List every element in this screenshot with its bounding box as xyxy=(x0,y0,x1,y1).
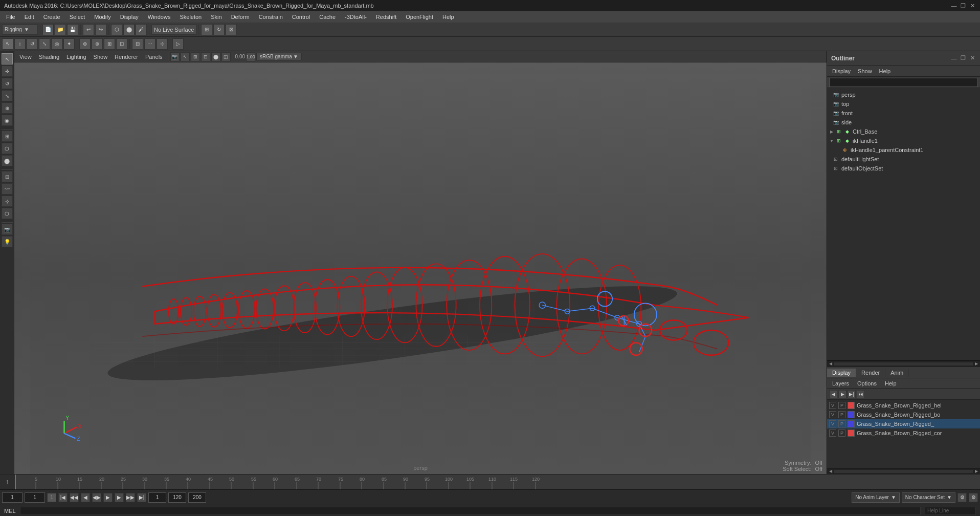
snap-grid-btn[interactable]: ⊟ xyxy=(132,38,143,50)
lasso-select-btn[interactable]: ⬡ xyxy=(2,143,13,154)
menu-display[interactable]: Display xyxy=(116,13,143,21)
scroll-track[interactable] xyxy=(834,362,973,365)
paint-select-btn[interactable]: ⬤ xyxy=(2,155,13,166)
layer-menu[interactable]: Layers xyxy=(829,379,852,388)
select-btn[interactable]: ⬡ xyxy=(111,24,122,35)
menu-redshift[interactable]: Redshift xyxy=(372,13,400,21)
menu-skeleton[interactable]: Skeleton xyxy=(175,13,206,21)
joint-btn[interactable]: ⊕ xyxy=(79,38,91,50)
menu-control[interactable]: Control xyxy=(288,13,314,21)
soft-mod-btn[interactable]: ◎ xyxy=(51,38,62,50)
timeline-ruler[interactable]: 5 10 15 20 25 30 35 40 45 xyxy=(15,475,980,489)
universal-btn[interactable]: ⊕ xyxy=(2,102,13,114)
lasso-btn[interactable]: ⬤ xyxy=(123,24,135,35)
restore-button[interactable]: ❒ xyxy=(960,2,967,9)
vp-select-btn[interactable]: ↖ xyxy=(181,52,190,61)
select-tool-btn[interactable]: ↖ xyxy=(2,38,13,50)
br-scrollbar[interactable]: ◀ ▶ xyxy=(827,468,980,474)
menu-select[interactable]: Select xyxy=(65,13,90,21)
vp-colorspace-btn[interactable]: sRGB gamma ▼ xyxy=(256,53,302,60)
fps-field[interactable] xyxy=(188,492,206,503)
weights-btn[interactable]: ⊡ xyxy=(116,38,127,50)
no-char-set-btn[interactable]: No Character Set ▼ xyxy=(902,492,955,503)
current-frame-field[interactable] xyxy=(25,492,45,503)
snap-to-surface-btn[interactable]: ⬡ xyxy=(2,208,13,219)
next-frame-btn[interactable]: ▶ xyxy=(115,493,124,502)
tree-item-constraint[interactable]: ⊕ ikHandle1_parentConstraint1 xyxy=(827,145,980,155)
layer-v-1[interactable]: V xyxy=(829,402,836,409)
move-mode-btn[interactable]: ✛ xyxy=(2,66,13,77)
rotate-tool-btn[interactable]: ↺ xyxy=(27,38,38,50)
layer-prev-btn[interactable]: ◀ xyxy=(829,390,837,398)
layer-p-3[interactable]: P xyxy=(838,420,845,427)
outliner-scrollbar[interactable]: ◀ ▶ xyxy=(827,360,980,367)
render-btn[interactable]: ▷ xyxy=(172,38,184,50)
tree-item-lightset[interactable]: ⊡ defaultLightSet xyxy=(827,155,980,164)
vp-lighting-menu[interactable]: Lighting xyxy=(63,53,90,61)
move-tool-btn[interactable]: ↕ xyxy=(14,38,26,50)
layer-next-btn[interactable]: ▶ xyxy=(838,390,847,398)
scale-btn[interactable]: ⊠ xyxy=(226,24,237,35)
snap-to-point-btn[interactable]: ⊹ xyxy=(2,196,13,207)
ctrl-base-arrow[interactable]: ▶ xyxy=(829,129,834,134)
menu-create[interactable]: Create xyxy=(39,13,64,21)
undo-btn[interactable]: ↩ xyxy=(83,24,94,35)
layer-item-1[interactable]: V P Grass_Snake_Brown_Rigged_hel xyxy=(827,401,980,410)
show-manip-btn[interactable]: ⊞ xyxy=(2,131,13,142)
no-live-surface-label[interactable]: No Live Surface xyxy=(151,25,196,35)
open-btn[interactable]: 📁 xyxy=(55,24,66,35)
camera-tool-btn[interactable]: 📷 xyxy=(2,224,13,235)
settings-btn[interactable]: ⚙ xyxy=(957,493,967,502)
prev-key-btn[interactable]: ◀◀ xyxy=(70,493,79,502)
snap-point-btn[interactable]: ⊹ xyxy=(157,38,168,50)
menu-edit[interactable]: Edit xyxy=(20,13,38,21)
vp-smooth-btn[interactable]: ⬤ xyxy=(211,52,220,61)
snap-curve-btn[interactable]: ⋯ xyxy=(144,38,155,50)
tree-item-top[interactable]: 📷 top xyxy=(827,99,980,109)
vp-show-menu[interactable]: Show xyxy=(91,53,111,61)
layer-v-3[interactable]: V xyxy=(829,420,836,427)
snap-to-curve-btn[interactable]: 〰 xyxy=(2,183,13,195)
outliner-minimize-btn[interactable]: — xyxy=(950,55,957,62)
vp-view-menu[interactable]: View xyxy=(16,53,35,61)
sculpt-btn[interactable]: ✦ xyxy=(63,38,75,50)
tree-item-objectset[interactable]: ⊡ defaultObjectSet xyxy=(827,164,980,173)
vp-gamma-btn[interactable]: 1.00 xyxy=(246,52,255,61)
br-scroll-left[interactable]: ◀ xyxy=(828,469,833,474)
bind-btn[interactable]: ⊞ xyxy=(104,38,115,50)
tab-render[interactable]: Render xyxy=(856,369,885,377)
range-start-field[interactable] xyxy=(148,492,166,503)
scale-tool-btn[interactable]: ⤡ xyxy=(39,38,50,50)
vp-camera-btn[interactable]: 📷 xyxy=(170,52,180,61)
soft-sel-btn[interactable]: ◉ xyxy=(2,115,13,126)
help-menu[interactable]: Help xyxy=(882,379,900,388)
layer-p-4[interactable]: P xyxy=(838,429,845,437)
snap-to-grid-btn[interactable]: ⊟ xyxy=(2,171,13,182)
next-key-btn[interactable]: ▶▶ xyxy=(126,493,135,502)
menu-deform[interactable]: Deform xyxy=(227,13,254,21)
play-back-btn[interactable]: ◀▶ xyxy=(92,493,101,502)
menu-3dto[interactable]: -3DtoAll- xyxy=(341,13,371,21)
layer-item-4[interactable]: V P Grass_Snake_Brown_Rigged_cor xyxy=(827,428,980,438)
jump-end-btn[interactable]: ▶| xyxy=(137,493,146,502)
start-frame-field[interactable] xyxy=(2,492,23,503)
scroll-left-btn[interactable]: ◀ xyxy=(828,361,833,367)
tree-item-side[interactable]: 📷 side xyxy=(827,118,980,127)
range-end-field[interactable] xyxy=(168,492,186,503)
rotate-mode-btn[interactable]: ↺ xyxy=(2,78,13,89)
tab-anim[interactable]: Anim xyxy=(885,369,909,377)
outliner-search-input[interactable] xyxy=(829,78,978,87)
scroll-right-btn[interactable]: ▶ xyxy=(974,361,979,367)
outliner-tree[interactable]: 📷 persp 📷 top 📷 front � xyxy=(827,88,980,360)
tree-item-persp[interactable]: 📷 persp xyxy=(827,90,980,99)
menu-openflight[interactable]: OpenFlight xyxy=(402,13,437,21)
command-line[interactable] xyxy=(20,507,921,515)
vp-texture-btn[interactable]: ◫ xyxy=(221,52,231,61)
layer-item-3[interactable]: V P Grass_Snake_Brown_Rigged_ xyxy=(827,419,980,428)
new-btn[interactable]: 📄 xyxy=(42,24,54,35)
vp-wireframe-btn[interactable]: ⊡ xyxy=(201,52,210,61)
menu-skin[interactable]: Skin xyxy=(207,13,226,21)
br-scroll-track[interactable] xyxy=(834,470,973,473)
frame-box[interactable]: 1 xyxy=(47,493,56,502)
tree-item-front[interactable]: 📷 front xyxy=(827,109,980,118)
